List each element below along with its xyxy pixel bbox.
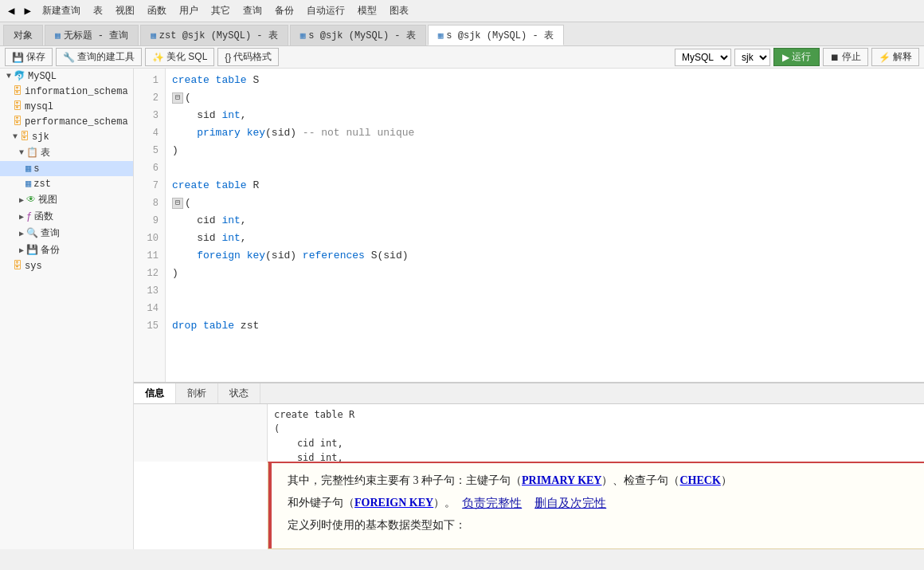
sidebar-label-sys: sys bbox=[25, 261, 42, 272]
code-line-9: cid int, bbox=[172, 212, 918, 230]
annotation-box: 其中，完整性约束主要有 3 种子句：主键子句（PRIMARY KEY）、检查子句… bbox=[268, 462, 924, 549]
table-icon-tab3: ▦ bbox=[438, 30, 444, 41]
sidebar-item-view-group[interactable]: ▶ 👁 视图 bbox=[0, 191, 133, 208]
code-line-1: create table S bbox=[172, 72, 918, 89]
bottom-right-panel: create table R ( cid int, sid int, forei… bbox=[268, 404, 924, 462]
output-line-4: sid int, bbox=[274, 450, 918, 462]
beautify-icon: ✨ bbox=[152, 52, 164, 63]
code-content: create table S ⊟( sid int, primary key(s… bbox=[166, 69, 924, 382]
sidebar-item-query-group[interactable]: ▶ 🔍 查询 bbox=[0, 225, 133, 242]
expand-icon-view: ▶ bbox=[19, 195, 24, 205]
mysql-select[interactable]: MySQL bbox=[675, 49, 731, 66]
sidebar-item-sys[interactable]: 🗄 sys bbox=[0, 258, 133, 273]
view-group-icon: 👁 bbox=[26, 194, 36, 206]
tab-bar: 对象 ▦ 无标题 - 查询 ▦ zst @sjk (MySQL) - 表 ▦ s… bbox=[0, 22, 924, 46]
query-group-icon: 🔍 bbox=[26, 227, 38, 239]
sidebar-item-s-table[interactable]: ▦ s bbox=[0, 161, 133, 176]
code-format-button[interactable]: {} 代码格式 bbox=[217, 48, 279, 66]
sidebar-item-mysql-db[interactable]: 🗄 mysql bbox=[0, 99, 133, 114]
sidebar-item-mysql[interactable]: ▼ 🐬 MySQL bbox=[0, 69, 133, 84]
function-btn[interactable]: 函数 bbox=[141, 2, 173, 19]
db-icon-sjk: 🗄 bbox=[20, 131, 29, 143]
fold-marker-2[interactable]: ⊟ bbox=[172, 198, 183, 209]
func-group-icon: ƒ bbox=[26, 211, 32, 222]
code-line-12: ) bbox=[172, 265, 918, 282]
sidebar-label-backup: 备份 bbox=[41, 243, 60, 257]
table-icon-tab: ▦ bbox=[151, 30, 156, 41]
backup-btn[interactable]: 备份 bbox=[268, 2, 300, 19]
user-btn[interactable]: 用户 bbox=[173, 2, 205, 19]
bottom-content: create table R ( cid int, sid int, forei… bbox=[134, 404, 924, 462]
query-btn[interactable]: 查询 bbox=[237, 2, 268, 19]
tab-untitled-query[interactable]: ▦ 无标题 - 查询 bbox=[45, 25, 139, 45]
query-tool-button[interactable]: 🔧 查询的建工具 bbox=[56, 48, 142, 66]
query-tool-icon: 🔧 bbox=[63, 52, 75, 63]
expand-icon: ▼ bbox=[6, 72, 11, 81]
nav-back-icon[interactable]: ◀ bbox=[3, 4, 19, 18]
tab-s2-label: s @sjk (MySQL) - 表 bbox=[446, 29, 553, 42]
tab-status[interactable]: 状态 bbox=[218, 383, 260, 403]
output-line-3: cid int, bbox=[274, 436, 918, 450]
beautify-button[interactable]: ✨ 美化 SQL bbox=[145, 48, 214, 66]
sidebar-item-backup-group[interactable]: ▶ 💾 备份 bbox=[0, 242, 133, 258]
sidebar-item-zst-table[interactable]: ▦ zst bbox=[0, 176, 133, 191]
sidebar-label-table: 表 bbox=[41, 146, 50, 159]
explain-button[interactable]: ⚡ 解释 bbox=[871, 48, 919, 66]
sidebar-label-sjk: sjk bbox=[32, 132, 49, 143]
sidebar-label-query: 查询 bbox=[41, 226, 60, 240]
tab-s-table1[interactable]: ▦ s @sjk (MySQL) - 表 bbox=[290, 25, 426, 45]
sidebar-item-sjk[interactable]: ▼ 🗄 sjk bbox=[0, 129, 133, 144]
output-line-2: ( bbox=[274, 422, 918, 436]
table-icon-tab2: ▦ bbox=[300, 30, 306, 41]
fold-marker-1[interactable]: ⊟ bbox=[172, 92, 183, 104]
sidebar: ▼ 🐬 MySQL 🗄 information_schema 🗄 mysql 🗄… bbox=[0, 69, 134, 549]
sidebar-label-info: information_schema bbox=[25, 86, 128, 97]
table-icon-s: ▦ bbox=[25, 163, 31, 175]
bottom-tab-bar: 信息 剖析 状态 bbox=[134, 383, 924, 404]
table-btn[interactable]: 表 bbox=[87, 2, 109, 19]
autorun-btn[interactable]: 自动运行 bbox=[300, 2, 351, 19]
code-line-4: primary key(sid) -- not null unique bbox=[172, 124, 918, 142]
bottom-left-panel bbox=[134, 404, 268, 462]
tab-info[interactable]: 信息 bbox=[134, 383, 176, 403]
tab-object[interactable]: 对象 bbox=[3, 25, 43, 45]
db-icon-sys: 🗄 bbox=[13, 260, 22, 272]
run-icon: ▶ bbox=[782, 52, 789, 63]
tab-zst-table[interactable]: ▦ zst @sjk (MySQL) - 表 bbox=[140, 25, 288, 45]
sidebar-item-info-schema[interactable]: 🗄 information_schema bbox=[0, 84, 133, 99]
other-btn[interactable]: 其它 bbox=[205, 2, 237, 19]
stop-button[interactable]: ⏹ 停止 bbox=[823, 48, 868, 66]
code-line-11: foreign key(sid) references S(sid) bbox=[172, 247, 918, 265]
mysql-icon: 🐬 bbox=[14, 70, 25, 82]
tab-profiling[interactable]: 剖析 bbox=[176, 383, 218, 403]
annotation-line-2: 和外键子句（FOREIGN KEY）。 负责完整性 删自及次完性 bbox=[281, 492, 924, 514]
view-btn[interactable]: 视图 bbox=[109, 2, 141, 19]
save-button[interactable]: 💾 保存 bbox=[5, 48, 53, 66]
tab-untitled-label: 无标题 - 查询 bbox=[64, 29, 129, 42]
grid-icon: ▦ bbox=[55, 30, 61, 41]
sidebar-item-perf-schema[interactable]: 🗄 performance_schema bbox=[0, 114, 133, 129]
code-line-5: ) bbox=[172, 142, 918, 159]
output-line-1: create table R bbox=[274, 407, 918, 422]
sidebar-label-s: s bbox=[33, 163, 39, 175]
tab-s-table2[interactable]: ▦ s @sjk (MySQL) - 表 bbox=[428, 25, 564, 45]
new-query-btn[interactable]: 新建查询 bbox=[36, 2, 87, 19]
expand-icon-table: ▼ bbox=[19, 148, 24, 157]
sidebar-label-perf: performance_schema bbox=[25, 116, 128, 128]
bottom-panel: 信息 剖析 状态 create table R ( cid int, sid i… bbox=[134, 382, 924, 549]
db-icon-info: 🗄 bbox=[13, 85, 22, 97]
sidebar-label-view: 视图 bbox=[38, 193, 57, 206]
code-editor[interactable]: 1 2 3 4 5 6 7 8 9 10 11 12 13 14 15 crea… bbox=[134, 69, 924, 382]
run-button[interactable]: ▶ 运行 bbox=[773, 48, 820, 66]
code-line-7: create table R bbox=[172, 177, 918, 195]
model-btn[interactable]: 模型 bbox=[351, 2, 383, 19]
tab-zst-label: zst @sjk (MySQL) - 表 bbox=[159, 29, 278, 42]
chart-btn[interactable]: 图表 bbox=[383, 2, 415, 19]
main-layout: ▼ 🐬 MySQL 🗄 information_schema 🗄 mysql 🗄… bbox=[0, 69, 924, 549]
nav-forward-icon[interactable]: ▶ bbox=[19, 4, 35, 18]
stop-icon: ⏹ bbox=[830, 52, 840, 63]
tab-object-label: 对象 bbox=[14, 29, 33, 42]
sidebar-item-func-group[interactable]: ▶ ƒ 函数 bbox=[0, 208, 133, 225]
sjk-select[interactable]: sjk bbox=[734, 49, 770, 66]
sidebar-item-table-group[interactable]: ▼ 📋 表 bbox=[0, 144, 133, 161]
